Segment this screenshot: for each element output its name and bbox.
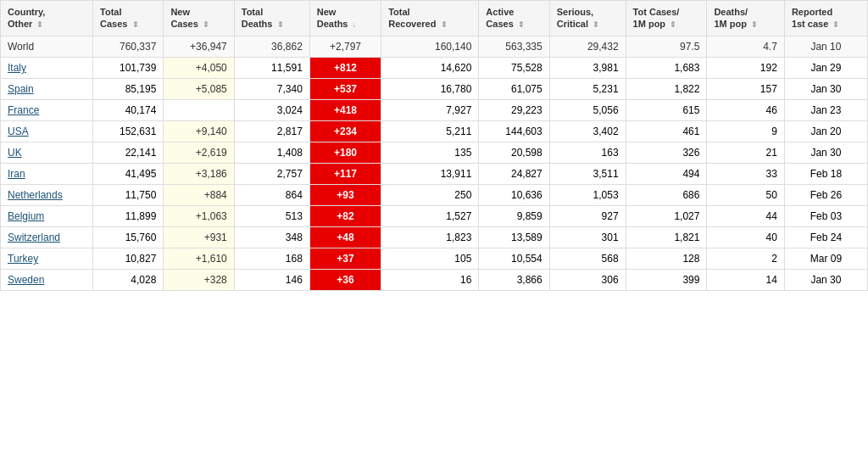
new-deaths: +812 bbox=[309, 57, 381, 78]
table-row: France 40,174 3,024 +418 7,927 29,223 5,… bbox=[1, 99, 868, 120]
tot-cases-pop: 1,822 bbox=[626, 78, 707, 99]
table-row: Switzerland 15,760 +931 348 +48 1,823 13… bbox=[1, 226, 868, 248]
new-cases bbox=[164, 99, 234, 120]
new-deaths: +234 bbox=[309, 120, 381, 142]
total-deaths: 168 bbox=[234, 248, 309, 269]
th-deaths-pop[interactable]: Deaths/1M pop ⇕ bbox=[707, 1, 784, 36]
active-cases: 13,589 bbox=[479, 226, 549, 248]
total-cases: 10,827 bbox=[93, 248, 164, 269]
total-deaths: 11,591 bbox=[234, 57, 309, 78]
reported-case: Feb 26 bbox=[784, 184, 867, 205]
total-cases: 101,739 bbox=[93, 57, 164, 78]
th-reported-case[interactable]: Reported1st case ⇕ bbox=[784, 1, 867, 36]
active-cases: 20,598 bbox=[479, 142, 549, 163]
new-cases: +328 bbox=[164, 269, 234, 290]
world-row: World 760,337 +36,947 36,862 +2,797 160,… bbox=[1, 36, 868, 57]
new-deaths: +93 bbox=[309, 184, 381, 205]
active-cases: 9,859 bbox=[479, 205, 549, 226]
country-name[interactable]: Italy bbox=[1, 57, 93, 78]
reported-case: Feb 24 bbox=[784, 226, 867, 248]
total-cases: 22,141 bbox=[93, 142, 164, 163]
th-new-cases[interactable]: NewCases ⇕ bbox=[164, 1, 234, 36]
reported-case: Jan 23 bbox=[784, 99, 867, 120]
active-cases: 61,075 bbox=[479, 78, 549, 99]
th-total-recovered[interactable]: TotalRecovered ⇕ bbox=[381, 1, 479, 36]
deaths-pop: 44 bbox=[707, 205, 784, 226]
total-deaths: 864 bbox=[234, 184, 309, 205]
country-name[interactable]: UK bbox=[1, 142, 93, 163]
total-cases: 11,750 bbox=[93, 184, 164, 205]
th-active-cases[interactable]: ActiveCases ⇕ bbox=[479, 1, 549, 36]
country-name[interactable]: Sweden bbox=[1, 269, 93, 290]
total-deaths: 146 bbox=[234, 269, 309, 290]
country-name[interactable]: Switzerland bbox=[1, 226, 93, 248]
th-new-deaths[interactable]: NewDeaths ↓ bbox=[309, 1, 381, 36]
total-recovered: 16,780 bbox=[381, 78, 479, 99]
serious-critical: 163 bbox=[549, 142, 626, 163]
tot-cases-pop: 1,821 bbox=[626, 226, 707, 248]
new-deaths: +180 bbox=[309, 142, 381, 163]
active-cases: 10,636 bbox=[479, 184, 549, 205]
world-reported-case: Jan 10 bbox=[784, 36, 867, 57]
total-deaths: 7,340 bbox=[234, 78, 309, 99]
total-deaths: 1,408 bbox=[234, 142, 309, 163]
th-total-deaths[interactable]: TotalDeaths ⇕ bbox=[234, 1, 309, 36]
th-total-cases[interactable]: TotalCases ⇕ bbox=[93, 1, 164, 36]
deaths-pop: 9 bbox=[707, 120, 784, 142]
serious-critical: 1,053 bbox=[549, 184, 626, 205]
sort-icon-active-cases: ⇕ bbox=[518, 20, 525, 31]
sort-icon-total-recovered: ⇕ bbox=[441, 20, 448, 31]
new-cases: +2,619 bbox=[164, 142, 234, 163]
new-cases: +5,085 bbox=[164, 78, 234, 99]
total-deaths: 348 bbox=[234, 226, 309, 248]
new-deaths: +36 bbox=[309, 269, 381, 290]
tot-cases-pop: 1,683 bbox=[626, 57, 707, 78]
active-cases: 144,603 bbox=[479, 120, 549, 142]
country-name[interactable]: Spain bbox=[1, 78, 93, 99]
new-deaths: +418 bbox=[309, 99, 381, 120]
new-cases: +1,610 bbox=[164, 248, 234, 269]
sort-icon-new-deaths: ↓ bbox=[353, 20, 357, 31]
sort-icon-country: ⇕ bbox=[36, 20, 43, 31]
covid-data-table: Country,Other ⇕ TotalCases ⇕ NewCases ⇕ … bbox=[0, 0, 868, 291]
reported-case: Mar 09 bbox=[784, 248, 867, 269]
deaths-pop: 192 bbox=[707, 57, 784, 78]
reported-case: Jan 30 bbox=[784, 142, 867, 163]
world-new-deaths: +2,797 bbox=[309, 36, 381, 57]
deaths-pop: 40 bbox=[707, 226, 784, 248]
main-table-container: Country,Other ⇕ TotalCases ⇕ NewCases ⇕ … bbox=[0, 0, 868, 291]
table-row: Belgium 11,899 +1,063 513 +82 1,527 9,85… bbox=[1, 205, 868, 226]
new-cases: +1,063 bbox=[164, 205, 234, 226]
world-deaths-pop: 4.7 bbox=[707, 36, 784, 57]
reported-case: Feb 18 bbox=[784, 163, 867, 184]
world-total-recovered: 160,140 bbox=[381, 36, 479, 57]
total-cases: 152,631 bbox=[93, 120, 164, 142]
sort-icon-deaths-pop: ⇕ bbox=[751, 20, 758, 31]
tot-cases-pop: 128 bbox=[626, 248, 707, 269]
new-cases: +931 bbox=[164, 226, 234, 248]
reported-case: Jan 30 bbox=[784, 269, 867, 290]
th-country[interactable]: Country,Other ⇕ bbox=[1, 1, 93, 36]
country-name[interactable]: USA bbox=[1, 120, 93, 142]
total-cases: 41,495 bbox=[93, 163, 164, 184]
total-recovered: 13,911 bbox=[381, 163, 479, 184]
th-serious-critical[interactable]: Serious,Critical ⇕ bbox=[549, 1, 626, 36]
table-row: Iran 41,495 +3,186 2,757 +117 13,911 24,… bbox=[1, 163, 868, 184]
country-name[interactable]: Netherlands bbox=[1, 184, 93, 205]
table-row: UK 22,141 +2,619 1,408 +180 135 20,598 1… bbox=[1, 142, 868, 163]
country-name[interactable]: France bbox=[1, 99, 93, 120]
new-cases: +3,186 bbox=[164, 163, 234, 184]
country-name[interactable]: Turkey bbox=[1, 248, 93, 269]
deaths-pop: 50 bbox=[707, 184, 784, 205]
country-name[interactable]: Belgium bbox=[1, 205, 93, 226]
sort-icon-reported-case: ⇕ bbox=[832, 20, 839, 31]
serious-critical: 568 bbox=[549, 248, 626, 269]
sort-icon-tot-cases-pop: ⇕ bbox=[670, 20, 676, 31]
table-row: Spain 85,195 +5,085 7,340 +537 16,780 61… bbox=[1, 78, 868, 99]
th-tot-cases-pop[interactable]: Tot Cases/1M pop ⇕ bbox=[626, 1, 707, 36]
sort-icon-serious-critical: ⇕ bbox=[593, 20, 599, 31]
total-deaths: 513 bbox=[234, 205, 309, 226]
serious-critical: 306 bbox=[549, 269, 626, 290]
total-recovered: 1,527 bbox=[381, 205, 479, 226]
country-name[interactable]: Iran bbox=[1, 163, 93, 184]
